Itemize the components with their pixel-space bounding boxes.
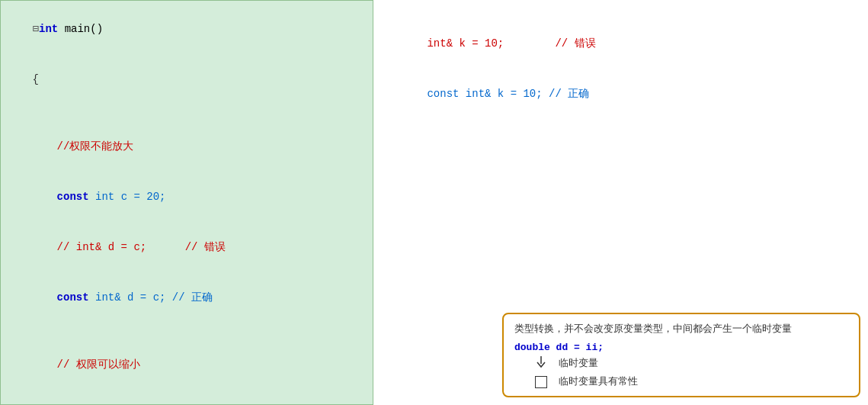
code-line-3: [7, 104, 367, 121]
arrow-area: [530, 356, 553, 388]
temp-var-box: [535, 376, 547, 388]
right-panel: int& k = 10; // 错误 const int& k = 10; //…: [373, 0, 868, 405]
code-line-6: // int& d = c; // 错误: [7, 222, 367, 272]
code-line-4: //权限不能放大: [7, 121, 367, 172]
code-line-8: [7, 323, 367, 339]
tooltip-box: 类型转换，并不会改变原变量类型，中间都会产生一个临时变量 double dd =…: [502, 313, 860, 397]
code-line-7: const int& d = c; // 正确: [7, 272, 367, 323]
tooltip-code: double dd = ii;: [514, 342, 848, 353]
code-line-2: {: [7, 54, 367, 104]
right-code-block: int& k = 10; // 错误 const int& k = 10; //…: [389, 18, 853, 119]
tooltip-diagram: 临时变量 临时变量具有常性: [530, 356, 848, 388]
code-line-1: ⊟int main(): [7, 4, 367, 54]
label-temp-var-const: 临时变量具有常性: [559, 374, 638, 388]
code-line-9: // 权限可以缩小: [7, 339, 367, 390]
right-line-2: const int& k = 10; // 正确: [389, 69, 853, 119]
label-temp-var: 临时变量: [559, 356, 638, 370]
right-line-1: int& k = 10; // 错误: [389, 18, 853, 69]
code-line-10: int a = 30;: [7, 390, 367, 405]
left-code-panel: ⊟int main() { //权限不能放大 const int c = 20;…: [0, 0, 373, 405]
arrow-icon: [530, 356, 553, 374]
fold-icon: ⊟: [33, 23, 39, 35]
code-line-5: const int c = 20;: [7, 172, 367, 222]
tooltip-title: 类型转换，并不会改变原变量类型，中间都会产生一个临时变量: [514, 322, 848, 336]
tooltip-labels: 临时变量 临时变量具有常性: [559, 356, 638, 388]
